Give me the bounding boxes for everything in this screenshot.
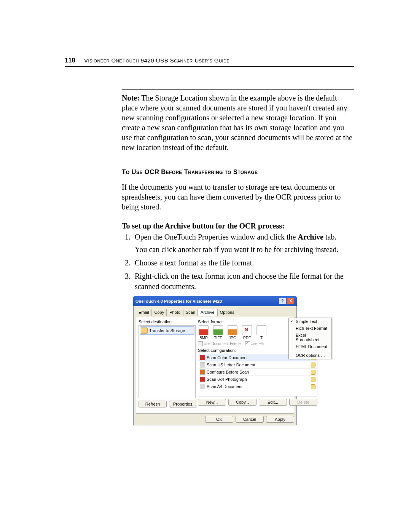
step-2: Choose a text format as the file format. [132,258,354,268]
use-doc-feeder-checkbox[interactable]: Use Document Feeder [198,341,242,346]
config-color-icon [200,355,205,360]
properties-dialog: OneTouch 4.0 Properties for Visioneer 94… [133,296,297,425]
steps-list: Open the OneTouch Properties window and … [122,232,354,292]
close-button[interactable]: X [287,298,295,305]
step-1: Open the OneTouch Properties window and … [132,232,354,255]
note-text: The Storage Location shown in the exampl… [122,94,352,152]
ctx-ocr-options[interactable]: OCR options … [289,352,331,359]
config-list[interactable]: Scan Color Document Scan US Letter Docum… [198,354,317,396]
ctx-separator [289,351,331,351]
config-page-icon [200,362,205,367]
config-page-icon [200,384,205,389]
format-bmp[interactable]: BMP [198,325,209,340]
format-pdf[interactable]: PDF [241,325,253,340]
destination-item[interactable]: Transfer to Storage [140,326,194,335]
bmp-icon [199,325,209,335]
config-row[interactable]: Configure Before Scan [198,369,317,376]
delete-button[interactable]: Delete [289,399,317,406]
text-icon [256,325,266,335]
format-jpg[interactable]: JPG [227,325,238,340]
lock-icon [311,363,315,367]
ctx-html[interactable]: HTML Document [289,343,331,350]
new-button[interactable]: New... [198,399,226,406]
destination-label: Transfer to Storage [149,328,185,333]
tiff-icon [213,325,223,335]
jpg-icon [228,325,237,335]
ctx-excel[interactable]: Excel Spreadsheet [289,332,331,343]
ctx-simple-text[interactable]: Simple Text [289,318,331,325]
config-row[interactable]: Scan US Letter Document [198,361,317,369]
config-gear-icon [200,369,205,375]
tab-email[interactable]: Email [136,309,152,316]
config-color-icon [200,377,205,382]
page-number: 118 [65,57,75,64]
note-prefix: Note: [122,94,140,102]
intro-paragraph: If the documents you want to transfer to… [122,182,354,212]
help-button[interactable]: ? [279,298,286,305]
step-3: Right-click on the text format icon and … [132,271,354,292]
tab-archive[interactable]: Archive [198,309,217,316]
tab-options[interactable]: Options [217,309,237,316]
lock-icon [311,370,315,375]
destination-list[interactable]: Transfer to Storage [139,325,196,398]
lock-icon [311,384,315,389]
apply-button[interactable]: Apply [266,416,294,423]
use-flatbed-checkbox[interactable]: Use Fla [245,341,264,346]
folder-icon [141,328,148,334]
step-1-sub: You can click another tab if you want it… [135,244,354,255]
format-text[interactable]: T [256,325,267,340]
lock-icon [311,377,315,382]
copy-button[interactable]: Copy... [228,399,256,406]
tab-strip: Email Copy Photo Scan Archive Options [136,308,294,315]
steps-heading: To set up the Archive button for the OCR… [122,222,354,230]
format-tiff[interactable]: TIFF [212,325,224,340]
tab-photo[interactable]: Photo [167,309,183,316]
dialog-title: OneTouch 4.0 Properties for Visioneer 94… [135,299,278,304]
ctx-rich-text[interactable]: Rich Text Format [289,325,331,332]
tab-scan[interactable]: Scan [183,309,198,316]
page-header: 118 Visioneer OneTouch 9420 USB Scanner … [65,57,354,67]
context-menu[interactable]: Simple Text Rich Text Format Excel Sprea… [288,318,332,359]
select-destination-label: Select destination: [139,320,196,324]
ok-button[interactable]: OK [205,416,233,423]
tab-copy[interactable]: Copy [152,309,167,316]
section-heading: To Use OCR Before Transferring to Storag… [122,168,354,176]
note-block: Note: The Storage Location shown in the … [122,89,354,152]
properties-button[interactable]: Properties... [169,401,197,407]
edit-button[interactable]: Edit... [259,399,287,406]
pdf-icon [242,325,252,335]
cancel-button[interactable]: Cancel [236,416,264,423]
dialog-titlebar[interactable]: OneTouch 4.0 Properties for Visioneer 94… [133,296,297,306]
config-row[interactable]: Scan 6x4 Photograph [198,376,317,383]
config-row[interactable]: Scan A4 Document [198,383,317,390]
refresh-button[interactable]: Refresh [139,401,167,407]
header-title: Visioneer OneTouch 9420 USB Scanner User… [84,57,229,64]
